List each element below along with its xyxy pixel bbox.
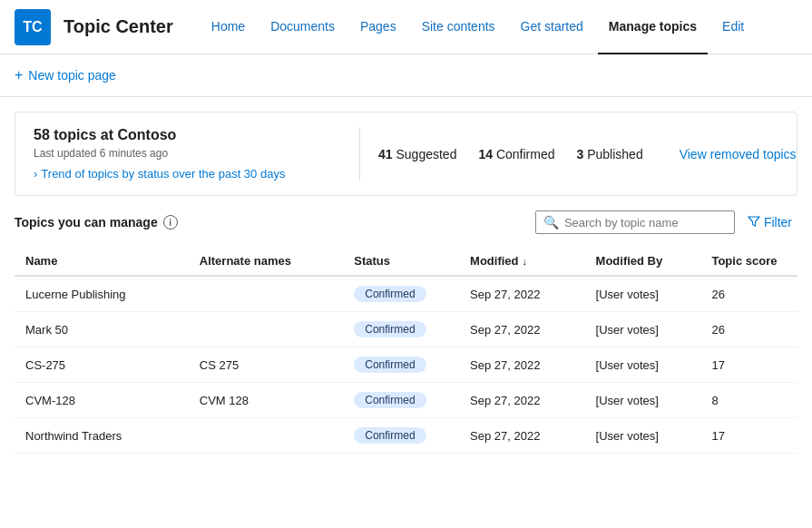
- nav-item-manage-topics[interactable]: Manage topics: [598, 0, 708, 54]
- stats-trend-link[interactable]: › Trend of topics by status over the pas…: [34, 167, 341, 181]
- search-icon: 🔍: [543, 215, 559, 230]
- cell-modified-by: [User votes]: [585, 347, 701, 383]
- cell-alt-names: CS 275: [189, 347, 343, 383]
- cell-score: 26: [700, 276, 797, 312]
- cell-score: 8: [700, 383, 797, 418]
- suggested-count: 41: [378, 147, 393, 161]
- info-icon[interactable]: i: [163, 215, 178, 230]
- cell-alt-names: [189, 276, 343, 312]
- view-removed-topics-link[interactable]: View removed topics: [680, 147, 797, 161]
- cell-status: Confirmed: [343, 383, 459, 418]
- stats-card: 58 topics at Contoso Last updated 6 minu…: [15, 112, 797, 196]
- cell-name: CVM-128: [15, 383, 189, 418]
- search-input[interactable]: [564, 216, 727, 230]
- topics-header: Topics you can manage i 🔍 Filter: [15, 210, 797, 234]
- topics-title: Topics you can manage i: [15, 215, 178, 230]
- published-stat: 3 Published: [576, 147, 642, 161]
- topics-section: Topics you can manage i 🔍 Filter Name Al…: [0, 196, 812, 454]
- topics-controls: 🔍 Filter: [535, 210, 797, 234]
- filter-label: Filter: [764, 215, 792, 230]
- cell-alt-names: CVM 128: [189, 383, 343, 418]
- search-box: 🔍: [535, 210, 735, 234]
- new-topic-button[interactable]: + New topic page: [15, 64, 116, 87]
- cell-alt-names: [189, 312, 343, 347]
- stats-trend-label: Trend of topics by status over the past …: [41, 167, 285, 181]
- table-row: Mark 50 Confirmed Sep 27, 2022 [User vot…: [15, 312, 797, 347]
- toolbar: + New topic page: [0, 54, 812, 97]
- stats-middle: 41 Suggested 14 Confirmed 3 Published: [360, 147, 661, 161]
- cell-modified-by: [User votes]: [585, 276, 701, 312]
- topics-title-text: Topics you can manage: [15, 215, 158, 230]
- status-badge: Confirmed: [354, 392, 426, 408]
- filter-icon: [748, 215, 760, 230]
- stats-right: View removed topics: [661, 147, 797, 161]
- cell-modified: Sep 27, 2022: [459, 418, 585, 454]
- th-topic-score: Topic score: [700, 247, 797, 276]
- cell-modified: Sep 27, 2022: [459, 383, 585, 418]
- cell-modified-by: [User votes]: [585, 383, 701, 418]
- nav-item-get-started[interactable]: Get started: [510, 0, 594, 54]
- table-row: Lucerne Publishing Confirmed Sep 27, 202…: [15, 276, 797, 312]
- confirmed-stat: 14 Confirmed: [478, 147, 554, 161]
- stats-left: 58 topics at Contoso Last updated 6 minu…: [34, 127, 360, 181]
- cell-score: 26: [700, 312, 797, 347]
- status-badge: Confirmed: [354, 427, 426, 444]
- table-row: Northwind Traders Confirmed Sep 27, 2022…: [15, 418, 797, 454]
- cell-name: CS-275: [15, 347, 189, 383]
- main-nav: HomeDocumentsPagesSite contentsGet start…: [201, 0, 755, 54]
- confirmed-count: 14: [478, 147, 493, 161]
- sort-arrow-icon: ↓: [523, 256, 528, 267]
- cell-modified: Sep 27, 2022: [459, 312, 585, 347]
- suggested-stat: 41 Suggested: [378, 147, 456, 161]
- topics-table: Name Alternate names Status Modified ↓ M…: [15, 247, 797, 454]
- stats-section: 58 topics at Contoso Last updated 6 minu…: [0, 97, 812, 196]
- status-badge: Confirmed: [354, 357, 426, 373]
- published-label: Published: [587, 147, 643, 161]
- site-title: Topic Center: [64, 16, 173, 37]
- cell-alt-names: [189, 418, 343, 454]
- table-row: CVM-128 CVM 128 Confirmed Sep 27, 2022 […: [15, 383, 797, 418]
- cell-status: Confirmed: [343, 418, 459, 454]
- suggested-label: Suggested: [396, 147, 456, 161]
- cell-status: Confirmed: [343, 276, 459, 312]
- th-modified-by: Modified By: [585, 247, 701, 276]
- cell-modified-by: [User votes]: [585, 418, 701, 454]
- th-name: Name: [15, 247, 189, 276]
- cell-modified: Sep 27, 2022: [459, 276, 585, 312]
- nav-item-home[interactable]: Home: [201, 0, 256, 54]
- cell-name: Lucerne Publishing: [15, 276, 189, 312]
- th-modified[interactable]: Modified ↓: [459, 247, 585, 276]
- confirmed-label: Confirmed: [496, 147, 555, 161]
- cell-score: 17: [700, 347, 797, 383]
- nav-item-edit[interactable]: Edit: [711, 0, 755, 54]
- th-alt-names: Alternate names: [189, 247, 343, 276]
- cell-modified-by: [User votes]: [585, 312, 701, 347]
- table-row: CS-275 CS 275 Confirmed Sep 27, 2022 [Us…: [15, 347, 797, 383]
- nav-item-site-contents[interactable]: Site contents: [411, 0, 506, 54]
- stats-main-title: 58 topics at Contoso: [34, 127, 341, 143]
- logo: TC: [15, 9, 51, 45]
- header: TC Topic Center HomeDocumentsPagesSite c…: [0, 0, 812, 54]
- cell-status: Confirmed: [343, 312, 459, 347]
- status-badge: Confirmed: [354, 286, 426, 302]
- nav-item-documents[interactable]: Documents: [259, 0, 346, 54]
- table-body: Lucerne Publishing Confirmed Sep 27, 202…: [15, 276, 797, 454]
- cell-modified: Sep 27, 2022: [459, 347, 585, 383]
- plus-icon: +: [15, 67, 23, 83]
- status-badge: Confirmed: [354, 321, 426, 337]
- nav-item-pages[interactable]: Pages: [349, 0, 407, 54]
- cell-name: Mark 50: [15, 312, 189, 347]
- th-status: Status: [343, 247, 459, 276]
- published-count: 3: [576, 147, 583, 161]
- cell-score: 17: [700, 418, 797, 454]
- cell-status: Confirmed: [343, 347, 459, 383]
- filter-button[interactable]: Filter: [742, 211, 797, 234]
- new-topic-label: New topic page: [28, 68, 116, 83]
- stats-subtitle: Last updated 6 minutes ago: [34, 147, 341, 160]
- chevron-right-icon: ›: [34, 167, 37, 181]
- table-header: Name Alternate names Status Modified ↓ M…: [15, 247, 797, 276]
- cell-name: Northwind Traders: [15, 418, 189, 454]
